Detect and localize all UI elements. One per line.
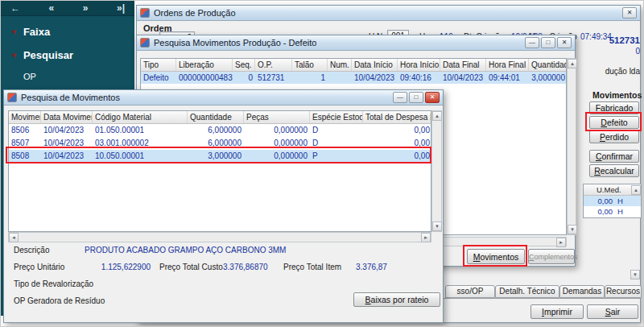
close-icon[interactable]: ✕ [622, 7, 637, 19]
defeito-button[interactable]: Defeito [589, 116, 639, 129]
vertical-scrollbar[interactable]: ▲ ▼ [431, 110, 442, 232]
fabricado-button[interactable]: Fabricado [589, 101, 639, 114]
defeito-grid-header: Tipo Liberação Seq. O.P. Talão Num. Data… [141, 59, 566, 72]
column-header: Código Material [93, 111, 188, 123]
descricao-value: PRODUTO ACABADO GRAMPO AÇO CARBONO 3MM [85, 246, 286, 255]
movimentos-grid-header: Movimento Data Movimento Código Material… [9, 111, 431, 124]
imprimir-button[interactable]: Imprimir [530, 304, 584, 319]
column-header: Hora Início [398, 59, 440, 71]
close-icon[interactable]: ✕ [425, 92, 440, 103]
window-icon [140, 38, 150, 48]
complementos-button[interactable]: Complementos [528, 249, 575, 264]
sair-button[interactable]: Sair [587, 304, 638, 319]
movimentos-button[interactable]: Movimentos [467, 249, 525, 264]
minimize-icon[interactable]: — [525, 37, 539, 48]
window-title: Pesquisa de Movimentos [21, 93, 120, 102]
record-navigation-bar: ← « » »| [1, 1, 134, 16]
column-header: Hora Final [486, 59, 529, 71]
column-header: Data Final [440, 59, 486, 71]
defeito-row[interactable]: Defeito 000000000483 0 512731 1 10/04/20… [141, 72, 566, 84]
column-header: Quantidade [529, 59, 567, 71]
titlebar[interactable]: Pesquisa de Movimentos — □ ✕ [4, 90, 443, 106]
umed-grid: U.Med. ▲ 0,00 H 0,00 H [583, 184, 642, 218]
column-header: Num. [328, 59, 352, 71]
column-header: Talão [292, 59, 328, 71]
nav-first-icon[interactable]: ← [10, 2, 20, 14]
scroll-left-icon[interactable]: ◄ [9, 233, 19, 242]
column-header: Peças [244, 111, 310, 123]
titlebar[interactable]: Pesquisa Movimentos Produção - Defeito —… [137, 35, 575, 51]
sidebar-item-faixa[interactable]: ▼ Faixa [1, 16, 134, 39]
tab-processo-op[interactable]: sso/OP [445, 285, 495, 298]
scroll-right-icon[interactable]: ► [556, 238, 566, 247]
nav-previous-icon[interactable]: « [49, 2, 55, 14]
maximize-icon[interactable]: □ [541, 37, 555, 48]
movimentos-panel-title: Movimentos [592, 90, 642, 100]
op-geradora-label: OP Geradora de Resíduo [14, 296, 105, 305]
column-header: Total de Despesa Item [363, 111, 431, 123]
window-title: Ordens de Produção [154, 8, 236, 18]
tab-demandas[interactable]: Demandas [559, 285, 605, 298]
baixas-por-rateio-button[interactable]: Baixas por rateio [353, 292, 440, 307]
sidebar-item-label: Pesquisar [23, 49, 73, 61]
maximize-icon[interactable]: □ [409, 92, 423, 103]
screen: ← « » »| ▼ Faixa ▼ Pesquisar OP Ordens d… [0, 0, 644, 327]
umed-row[interactable]: 0,00 H [584, 206, 641, 217]
perdido-button[interactable]: Perdido [589, 130, 639, 143]
column-header: Data Início [352, 59, 398, 71]
triangle-icon: ▼ [10, 28, 18, 36]
scroll-right-icon[interactable]: ► [421, 233, 431, 242]
movement-row[interactable]: 8507 10/04/2023 03.001.000002 6,000000 0… [9, 137, 431, 150]
movimentos-grid: Movimento Data Movimento Código Material… [8, 110, 431, 232]
preco-total-item-label: Preço Total Item [283, 263, 341, 271]
sidebar-item-label: Faixa [23, 26, 50, 38]
movement-row-selected[interactable]: 8508 10/04/2023 10.050.00001 3,000000 0,… [9, 150, 431, 163]
pesquisa-movimentos-window: Pesquisa de Movimentos — □ ✕ Movimento D… [3, 89, 444, 323]
sidebar-item-pesquisar[interactable]: ▼ Pesquisar [1, 39, 134, 63]
horizontal-scrollbar[interactable]: ◄ ► [8, 232, 431, 242]
preco-total-item-value: 3.376,87 [356, 263, 387, 271]
tab-detalhe-tecnico[interactable]: Detalh. Técnico [495, 285, 559, 298]
scroll-up-icon[interactable]: ▲ [568, 59, 577, 68]
op-number: 512731 [596, 35, 640, 45]
scroll-up-icon[interactable]: ▲ [432, 111, 442, 121]
preco-unitario-label: Preço Unitário [14, 263, 64, 271]
confirmar-button[interactable]: Confirmar [589, 150, 639, 163]
tab-recursos[interactable]: Recursos [605, 285, 642, 298]
scroll-down-icon[interactable]: ▼ [568, 225, 577, 234]
column-header: O.P. [255, 59, 292, 71]
triangle-icon: ▼ [10, 52, 18, 60]
minimize-icon[interactable]: — [393, 92, 407, 103]
close-icon[interactable]: ✕ [557, 37, 572, 48]
column-header: Espécie Estoque [310, 111, 363, 123]
window-icon [140, 8, 150, 18]
recalcular-button[interactable]: Recalcular [589, 164, 639, 177]
window-icon [7, 93, 17, 102]
column-header: Liberação [176, 59, 233, 71]
scroll-up-icon[interactable]: ▲ [631, 185, 641, 195]
scroll-down-icon[interactable]: ▼ [630, 270, 640, 279]
column-header: Seq. [233, 59, 255, 71]
vertical-scrollbar[interactable]: ▲ ▼ [567, 58, 576, 235]
tipo-revalorizacao-label: Tipo de Revalorização [14, 279, 93, 288]
nav-next-icon[interactable]: » [83, 2, 89, 14]
movement-row[interactable]: 8506 10/04/2023 01.050.00001 6,000000 0,… [9, 124, 431, 137]
umed-header: U.Med. ▲ [584, 184, 641, 196]
column-header: Quantidade [188, 111, 244, 123]
window-title: Pesquisa Movimentos Produção - Defeito [154, 38, 316, 48]
scroll-down-icon[interactable]: ▼ [432, 221, 442, 231]
preco-total-custo-label: Preço Total Custo [159, 263, 223, 271]
umed-row[interactable]: 0,00 H [584, 196, 641, 206]
sidebar-op-label: OP [1, 63, 134, 81]
preco-unitario-value: 1.125,622900 [82, 263, 151, 271]
column-header: Movimento [9, 111, 41, 123]
partial-text: dução lda [600, 67, 640, 76]
column-header: Tipo [141, 59, 176, 71]
nav-last-icon[interactable]: »| [117, 2, 125, 14]
descricao-label: Descrição [14, 246, 49, 255]
op-secondary-value: 0 [612, 47, 640, 56]
titlebar[interactable]: Ordens de Produção ✕ [137, 6, 640, 21]
preco-total-custo-value: 3.376,86870 [223, 263, 268, 271]
column-header: Data Movimento [41, 111, 93, 123]
